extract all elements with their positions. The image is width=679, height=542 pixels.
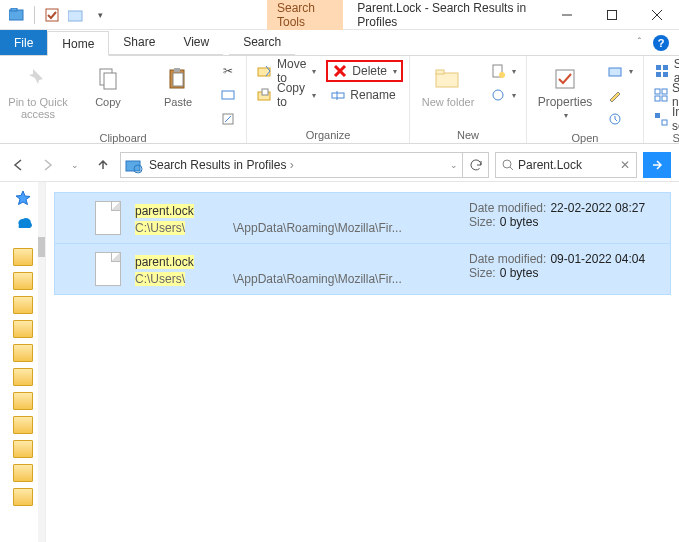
address-bar[interactable]: Search Results in Profiles › ⌄ [120,152,463,178]
paste-shortcut-button[interactable] [216,108,240,130]
easy-access-button[interactable]: ▾ [486,84,520,106]
folder-item[interactable] [13,392,33,410]
qat-newfolder-icon[interactable] [65,4,87,26]
search-box[interactable]: Parent.Lock ✕ [495,152,637,178]
group-label-select: Select [672,130,679,144]
invert-selection-button[interactable]: Invert selection [650,108,679,130]
svg-rect-20 [332,93,344,98]
svg-rect-39 [662,120,667,125]
properties-button[interactable]: Properties ▾ [533,60,597,124]
select-none-button[interactable]: Select none [650,84,679,106]
svg-point-42 [503,160,511,168]
svg-point-25 [499,72,505,78]
svg-rect-31 [663,65,668,70]
refresh-button[interactable] [463,152,489,178]
rename-button[interactable]: Rename [326,84,403,106]
content-area: parent.lock C:\Users\\AppData\Roaming\Mo… [0,182,679,542]
tab-search[interactable]: Search [229,30,295,55]
close-button[interactable] [634,0,679,30]
svg-rect-12 [174,68,180,72]
svg-rect-30 [656,65,661,70]
onedrive-icon[interactable] [14,214,32,228]
svg-rect-2 [46,9,58,21]
new-folder-button[interactable]: New folder [416,60,480,110]
tab-home[interactable]: Home [47,31,109,56]
minimize-button[interactable] [544,0,589,30]
delete-button[interactable]: Delete▾ [326,60,403,82]
svg-point-26 [493,90,503,100]
move-to-button[interactable]: Move to▾ [253,60,320,82]
quick-access-icon[interactable] [14,190,32,208]
clear-search-icon[interactable]: ✕ [620,158,630,172]
folder-item[interactable] [13,272,33,290]
recent-locations-button[interactable]: ⌄ [64,154,86,176]
scissors-icon: ✂ [220,64,236,78]
invert-selection-icon [654,112,668,126]
folder-item[interactable] [13,248,33,266]
address-dropdown-icon[interactable]: ⌄ [450,160,458,170]
folder-item[interactable] [13,416,33,434]
svg-rect-35 [662,89,667,94]
shortcut-icon [220,112,236,126]
folder-item[interactable] [13,320,33,338]
tab-view[interactable]: View [169,30,223,55]
pin-icon [26,67,50,91]
qat-properties-icon[interactable] [41,4,63,26]
maximize-button[interactable] [589,0,634,30]
cut-button[interactable]: ✂ [216,60,240,82]
folder-item[interactable] [13,488,33,506]
group-clipboard: Pin to Quick access Copy Paste ✂ Clipboa… [0,56,247,143]
new-item-button[interactable]: ▾ [486,60,520,82]
svg-line-43 [510,167,513,170]
search-go-button[interactable] [643,152,671,178]
qat-dropdown-icon[interactable]: ▾ [89,4,111,26]
result-item[interactable]: parent.lock C:\Users\\AppData\Roaming\Mo… [54,192,671,244]
select-all-button[interactable]: Select all [650,60,679,82]
navigation-bar: ⌄ Search Results in Profiles › ⌄ Parent.… [0,148,679,182]
folder-item[interactable] [13,344,33,362]
folder-item[interactable] [13,464,33,482]
group-label-open: Open [572,130,599,144]
copy-to-button[interactable]: Copy to▾ [253,84,320,106]
qat-explorer-icon[interactable] [6,4,28,26]
folder-item[interactable] [13,440,33,458]
back-button[interactable] [8,154,30,176]
up-button[interactable] [92,154,114,176]
svg-rect-34 [655,89,660,94]
history-button[interactable] [603,108,637,130]
group-organize: Move to▾ Copy to▾ Delete▾ Rename Organiz… [247,56,410,143]
help-icon[interactable]: ? [653,35,669,51]
result-filename: parent.lock [135,201,455,219]
new-folder-icon [434,67,462,91]
group-new: New folder ▾ ▾ New [410,56,527,143]
group-label-clipboard: Clipboard [99,130,146,144]
nav-pane[interactable] [0,182,46,542]
copy-path-button[interactable] [216,84,240,106]
collapse-ribbon-icon[interactable]: ˆ [638,37,641,48]
svg-rect-3 [68,11,82,21]
result-path: C:\Users\\AppData\Roaming\Mozilla\Fir... [135,272,455,286]
divider [34,6,35,24]
open-button[interactable]: ▾ [603,60,637,82]
svg-rect-23 [436,70,444,74]
result-filename: parent.lock [135,252,455,270]
paste-button[interactable]: Paste [146,60,210,110]
sidebar-scrollbar[interactable] [38,182,45,542]
copy-button[interactable]: Copy [76,60,140,110]
tab-share[interactable]: Share [109,30,169,55]
svg-rect-37 [662,96,667,101]
forward-button[interactable] [36,154,58,176]
group-label-organize: Organize [306,127,351,141]
move-to-icon [257,64,273,78]
pin-to-quick-access-button[interactable]: Pin to Quick access [6,60,70,122]
result-item[interactable]: parent.lock C:\Users\\AppData\Roaming\Mo… [54,244,671,295]
breadcrumb[interactable]: Search Results in Profiles › [149,158,294,172]
tab-file[interactable]: File [0,30,47,55]
svg-rect-13 [222,91,234,99]
paste-icon [166,67,190,91]
folder-item[interactable] [13,296,33,314]
folder-item[interactable] [13,368,33,386]
edit-button[interactable] [603,84,637,106]
edit-icon [607,88,623,102]
file-icon [95,201,121,235]
